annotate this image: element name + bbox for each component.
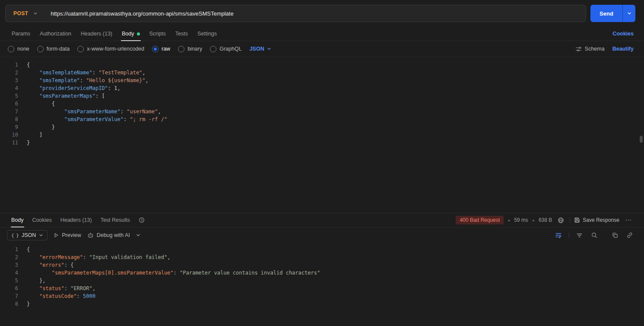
radio-label: GraphQL (219, 46, 241, 52)
line-number: 6 (0, 284, 18, 292)
body-type-graphql[interactable]: GraphQL (210, 46, 241, 52)
schema-label: Schema (585, 46, 605, 52)
send-button-group: Send (590, 5, 635, 22)
code-line: 11} (0, 139, 644, 147)
send-button[interactable]: Send (590, 5, 622, 22)
wrap-text-icon[interactable] (553, 232, 564, 238)
tab-label: Headers (13) (81, 31, 112, 37)
response-body-viewer[interactable]: 1{2 "errorMessage": "Input validation fa… (0, 243, 644, 326)
debug-with-ai-label: Debug with AI (97, 232, 130, 238)
divider (570, 217, 570, 223)
request-tab-tests[interactable]: Tests (171, 27, 193, 41)
radio-icon (152, 46, 159, 52)
line-number: 4 (0, 269, 18, 277)
tab-label: Settings (197, 31, 217, 37)
response-tab-cookies[interactable]: Cookies (28, 213, 56, 227)
filter-icon[interactable] (574, 233, 584, 238)
debug-with-ai-button[interactable]: Debug with AI (87, 232, 130, 238)
request-tabs: ParamsAuthorizationHeaders (13)BodyScrip… (7, 27, 222, 41)
tab-label: Scripts (149, 31, 166, 37)
line-number: 7 (0, 292, 18, 300)
line-number: 5 (0, 92, 18, 100)
copy-icon[interactable] (610, 232, 620, 238)
code-line: 3 "errors": { (0, 261, 644, 269)
code-line: 6 "status": "ERROR", (0, 284, 644, 292)
divider (569, 232, 569, 238)
response-time[interactable]: 59 ms (514, 217, 528, 223)
response-tabs: BodyCookiesHeaders (13)Test Results (7, 213, 134, 227)
tab-label: Params (12, 31, 30, 37)
separator-dot: ● (532, 218, 535, 223)
play-icon (54, 233, 59, 238)
tab-label: Body (122, 31, 134, 37)
separator-dot: ● (508, 218, 510, 223)
search-icon[interactable] (590, 232, 599, 238)
more-options-icon[interactable]: ⋯ (623, 216, 634, 224)
body-type-x-www-form-urlencoded[interactable]: x-www-form-urlencoded (77, 46, 144, 52)
url-bar: POST (5, 5, 586, 22)
preview-button[interactable]: Preview (54, 232, 81, 238)
beautify-button[interactable]: Beautify (612, 46, 634, 52)
response-tab-test-results[interactable]: Test Results (96, 213, 134, 227)
save-response-label: Save Response (583, 217, 619, 223)
line-number: 1 (0, 246, 18, 253)
radio-icon (178, 46, 184, 52)
response-view-tools (553, 232, 634, 238)
request-tabs-row: ParamsAuthorizationHeaders (13)BodyScrip… (0, 27, 644, 41)
method-selector[interactable]: POST (6, 5, 44, 22)
request-bar: POST Send (0, 0, 644, 27)
radio-label: none (17, 46, 29, 52)
tab-label: Tests (175, 31, 188, 37)
response-format-selector[interactable]: { } JSON (7, 230, 48, 240)
radio-icon (77, 46, 84, 52)
line-number: 5 (0, 277, 18, 284)
schema-button[interactable]: Schema (575, 46, 605, 52)
request-tab-headers[interactable]: Headers (13) (76, 27, 117, 41)
status-badge[interactable]: 400 Bad Request (456, 216, 504, 224)
request-tab-authorization[interactable]: Authorization (35, 27, 76, 41)
chevron-down-icon (33, 11, 38, 16)
code-line: 7 "statusCode": 5000 (0, 292, 644, 300)
body-type-binary[interactable]: binary (178, 46, 202, 52)
cookies-link[interactable]: Cookies (612, 31, 634, 37)
response-size[interactable]: 638 B (539, 217, 552, 223)
network-globe-icon[interactable] (556, 217, 566, 224)
save-response-button[interactable]: Save Response (574, 217, 619, 223)
code-line: 1{ (0, 61, 644, 69)
response-tab-body[interactable]: Body (7, 213, 28, 227)
code-line: 2 "errorMessage": "Input validation fail… (0, 253, 644, 261)
request-tab-body[interactable]: Body (117, 27, 145, 41)
response-meta: 400 Bad Request ● 59 ms ● 638 B Save Res… (456, 216, 634, 224)
body-type-form-data[interactable]: form-data (37, 46, 70, 52)
line-number: 2 (0, 253, 18, 261)
radio-label: binary (187, 46, 202, 52)
code-line: 9 } (0, 123, 644, 131)
url-input[interactable] (44, 5, 586, 22)
request-tab-settings[interactable]: Settings (193, 27, 222, 41)
request-tab-params[interactable]: Params (7, 27, 35, 41)
line-number: 6 (0, 100, 18, 108)
line-number: 11 (0, 139, 18, 147)
chevron-down-icon (267, 47, 271, 51)
request-tab-scripts[interactable]: Scripts (145, 27, 171, 41)
code-line: 6 { (0, 100, 644, 108)
response-header: BodyCookiesHeaders (13)Test Results 400 … (0, 213, 644, 227)
scrollbar-thumb[interactable] (640, 136, 643, 143)
language-selector[interactable]: JSON (250, 46, 271, 52)
history-icon[interactable] (137, 217, 146, 223)
method-label: POST (13, 10, 28, 16)
preview-label: Preview (62, 232, 81, 238)
code-line: 1{ (0, 246, 644, 253)
line-number: 3 (0, 261, 18, 269)
body-type-raw[interactable]: raw (152, 46, 170, 52)
response-tab-headers[interactable]: Headers (13) (56, 213, 96, 227)
chevron-down-icon[interactable] (136, 233, 140, 237)
body-type-none[interactable]: none (8, 46, 29, 52)
send-options-button[interactable] (622, 5, 635, 22)
request-body-editor[interactable]: 1{2 "smsTemplateName": "TestTemplate",3 … (0, 57, 644, 213)
robot-icon (87, 232, 94, 238)
link-icon[interactable] (625, 232, 634, 238)
line-number: 10 (0, 131, 18, 139)
code-line: 5 }, (0, 277, 644, 284)
body-type-row: noneform-datax-www-form-urlencodedrawbin… (0, 41, 644, 57)
